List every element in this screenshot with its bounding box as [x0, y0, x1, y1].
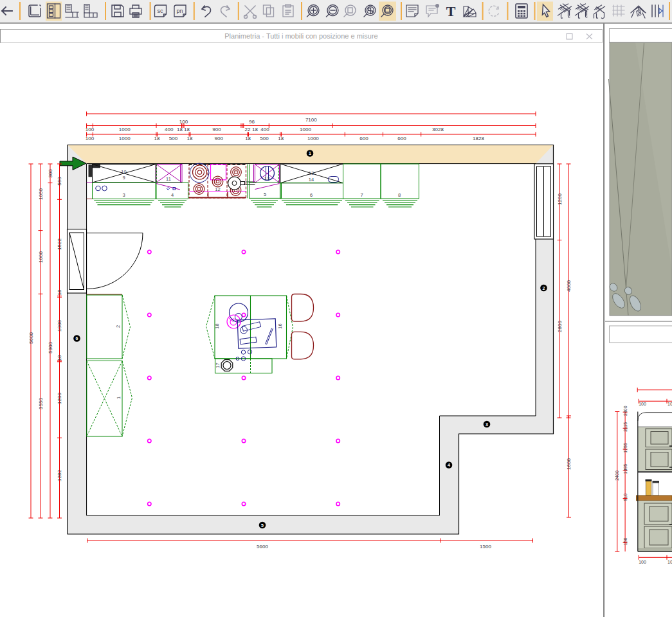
svg-text:1000: 1000	[307, 136, 319, 141]
svg-text:1000: 1000	[119, 127, 131, 132]
svg-text:1522: 1522	[57, 238, 62, 250]
svg-text:5: 5	[264, 192, 266, 197]
svg-text:T: T	[446, 3, 456, 19]
svg-text:18: 18	[177, 127, 183, 132]
svg-text:910: 910	[623, 494, 628, 501]
svg-text:9: 9	[122, 175, 125, 181]
svg-text:600: 600	[359, 136, 368, 141]
svg-text:400: 400	[260, 127, 269, 132]
svg-text:1755: 1755	[623, 443, 628, 453]
svg-text:96: 96	[249, 119, 255, 125]
svg-text:13: 13	[309, 170, 314, 176]
svg-text:18: 18	[245, 136, 251, 141]
svg-text:1200: 1200	[57, 393, 62, 404]
svg-text:4: 4	[448, 463, 450, 467]
svg-text:900: 900	[215, 136, 224, 141]
svg-text:900: 900	[212, 127, 221, 132]
svg-text:18: 18	[154, 136, 159, 141]
svg-text:2115: 2115	[623, 422, 628, 432]
svg-text:1050: 1050	[38, 188, 44, 200]
svg-text:1828: 1828	[473, 136, 484, 141]
svg-text:2: 2	[543, 286, 545, 291]
svg-text:100: 100	[179, 119, 188, 125]
svg-text:400: 400	[165, 127, 174, 132]
svg-text:18: 18	[57, 355, 62, 361]
svg-text:18: 18	[252, 127, 258, 132]
svg-text:150: 150	[623, 538, 628, 546]
svg-text:2400: 2400	[615, 470, 619, 481]
svg-text:3028: 3028	[432, 127, 444, 132]
svg-text:7100: 7100	[305, 117, 317, 123]
svg-text:13: 13	[264, 175, 269, 181]
svg-text:10: 10	[667, 402, 672, 406]
svg-text:18: 18	[278, 136, 284, 141]
svg-text:17: 17	[215, 362, 221, 368]
svg-text:10: 10	[667, 560, 672, 564]
svg-text:16: 16	[277, 323, 283, 328]
svg-text:2800: 2800	[557, 321, 563, 332]
svg-text:7: 7	[360, 192, 363, 198]
svg-text:5: 5	[261, 523, 264, 528]
svg-text:500: 500	[260, 136, 269, 141]
svg-text:300: 300	[48, 169, 53, 178]
svg-text:5600: 5600	[257, 544, 268, 550]
svg-text:18: 18	[186, 136, 192, 141]
svg-text:1395: 1395	[623, 464, 628, 474]
svg-text:1000: 1000	[57, 320, 62, 332]
svg-text:6: 6	[76, 336, 78, 341]
svg-text:14: 14	[309, 177, 314, 183]
svg-text:5300: 5300	[48, 342, 53, 353]
svg-text:22: 22	[245, 127, 251, 132]
svg-text:100: 100	[86, 136, 95, 141]
svg-text:4000: 4000	[566, 280, 572, 292]
svg-text:100: 100	[639, 402, 646, 406]
svg-text:3550: 3550	[38, 398, 44, 409]
svg-text:6: 6	[310, 192, 313, 198]
svg-text:pn: pn	[176, 8, 183, 14]
svg-text:18: 18	[214, 323, 220, 328]
svg-text:18: 18	[57, 289, 62, 295]
svg-text:560: 560	[57, 177, 62, 186]
svg-text:2400: 2400	[623, 406, 628, 416]
svg-text:4: 4	[171, 192, 174, 198]
svg-text:1282: 1282	[57, 470, 62, 481]
svg-text:3: 3	[486, 422, 488, 427]
svg-text:18: 18	[184, 127, 190, 132]
svg-text:sc: sc	[158, 8, 164, 14]
svg-text:10: 10	[121, 169, 126, 175]
svg-text:100: 100	[639, 560, 646, 564]
svg-text:1200: 1200	[557, 193, 563, 205]
svg-text:1500: 1500	[480, 544, 491, 550]
svg-text:5600: 5600	[28, 332, 34, 344]
svg-text:1600: 1600	[566, 458, 572, 470]
svg-text:8: 8	[398, 192, 401, 198]
svg-text:500: 500	[169, 136, 178, 141]
svg-text:1000: 1000	[300, 127, 311, 132]
svg-text:1: 1	[309, 151, 311, 156]
svg-text:600: 600	[397, 136, 406, 141]
svg-text:11: 11	[166, 176, 171, 182]
svg-text:3: 3	[122, 192, 125, 198]
svg-text:1000: 1000	[38, 251, 44, 263]
svg-text:1000: 1000	[119, 136, 131, 141]
svg-text:1: 1	[116, 397, 122, 399]
svg-text:100: 100	[86, 127, 95, 132]
svg-text:2: 2	[115, 325, 121, 328]
svg-text:12: 12	[215, 186, 220, 192]
